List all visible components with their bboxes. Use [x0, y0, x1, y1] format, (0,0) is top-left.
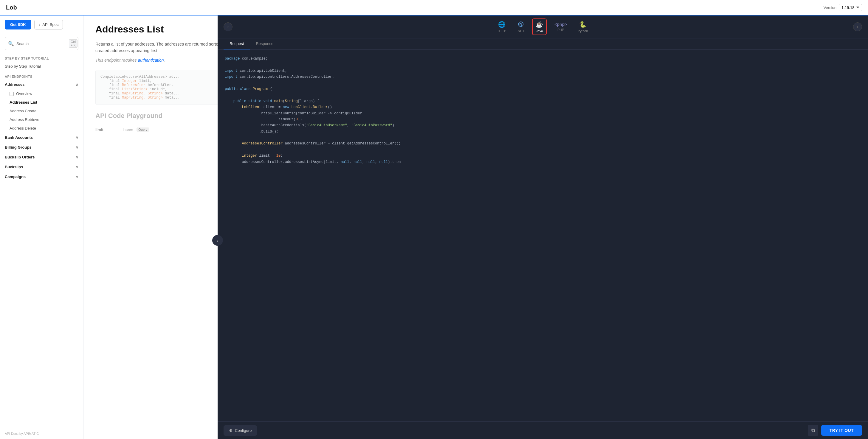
http-icon: 🌐 — [498, 21, 505, 28]
tab-request[interactable]: Request — [223, 38, 250, 49]
bottom-right: ⧉ TRY IT OUT — [808, 425, 862, 436]
lang-next-button[interactable]: › — [853, 22, 862, 31]
copy-button[interactable]: ⧉ — [808, 425, 818, 436]
search-icon: 🔍 — [8, 41, 14, 46]
sidebar-group-bank-accounts[interactable]: Bank Accounts ∨ — [0, 133, 83, 142]
chevron-down-icon: ∨ — [76, 165, 79, 169]
tabs-row: Request Response — [218, 38, 868, 50]
code-panel-toggle[interactable]: › — [212, 235, 223, 246]
tab-response[interactable]: Response — [250, 38, 279, 49]
api-spec-button[interactable]: ↓ API Spec — [34, 20, 63, 30]
sidebar-section-api-label: API ENDPOINTS — [0, 71, 83, 79]
download-icon: ↓ — [39, 22, 41, 27]
version-select[interactable]: 1.19.18 — [839, 4, 862, 11]
search-box[interactable]: 🔍 Ctrl + K — [5, 37, 79, 50]
sidebar-item-overview[interactable]: Overview — [0, 89, 83, 98]
chevron-up-icon: ∧ — [76, 82, 79, 87]
sidebar-group-buckslip-orders[interactable]: Buckslip Orders ∨ — [0, 152, 83, 162]
param-location: Query — [136, 128, 149, 132]
sidebar-group-billing-groups[interactable]: Billing Groups ∨ — [0, 142, 83, 152]
code-bottom-bar: ⚙ Configure ⧉ TRY IT OUT — [218, 421, 868, 439]
java-icon: ☕ — [536, 21, 543, 28]
layout: Get SDK ↓ API Spec 🔍 Ctrl + K STEP BY ST… — [0, 15, 868, 439]
sidebar-item-addresses-list[interactable]: Addresses List — [0, 98, 83, 107]
chevron-down-icon: ∨ — [76, 136, 79, 140]
sidebar-buttons: Get SDK ↓ API Spec — [0, 15, 83, 34]
try-it-out-button[interactable]: TRY IT OUT — [821, 425, 862, 436]
sidebar-footer: API Docs by APIMATIC — [0, 428, 83, 439]
sidebar-item-address-retrieve[interactable]: Address Retrieve — [0, 115, 83, 124]
lang-item-php[interactable]: <php> PHP — [552, 20, 570, 33]
lang-item-python[interactable]: 🐍 Python — [575, 19, 591, 35]
copy-icon: ⧉ — [811, 428, 815, 433]
doc-icon — [9, 92, 14, 96]
search-shortcut: Ctrl + K — [69, 39, 78, 48]
lang-prev-button[interactable]: ‹ — [223, 22, 232, 31]
version-area: Version 1.19.18 — [824, 4, 862, 11]
logo: Lob — [6, 4, 17, 11]
version-label: Version — [824, 5, 836, 10]
top-bar: Lob Version 1.19.18 — [0, 0, 868, 15]
param-type: Integer — [123, 128, 133, 131]
search-input[interactable] — [17, 41, 66, 46]
sidebar-group-buckslips[interactable]: Buckslips ∨ — [0, 162, 83, 172]
lang-item-java[interactable]: ☕ Java — [532, 19, 547, 35]
code-panel: ‹ 🌐 HTTP Ⓝ .NET ☕ Java <php> — [218, 15, 868, 439]
get-sdk-button[interactable]: Get SDK — [5, 20, 31, 30]
language-bar: ‹ 🌐 HTTP Ⓝ .NET ☕ Java <php> — [218, 15, 868, 38]
configure-button[interactable]: ⚙ Configure — [223, 425, 257, 436]
sidebar-section-tutorial-label: STEP BY STEP TUTORIAL — [0, 53, 83, 61]
sidebar: Get SDK ↓ API Spec 🔍 Ctrl + K STEP BY ST… — [0, 15, 84, 439]
sidebar-item-address-delete[interactable]: Address Delete — [0, 124, 83, 133]
sidebar-group-addresses[interactable]: Addresses ∧ — [0, 79, 83, 89]
lang-nav: ‹ 🌐 HTTP Ⓝ .NET ☕ Java <php> — [223, 19, 862, 35]
code-area: package com.example; import com.lob.api.… — [218, 50, 868, 421]
chevron-down-icon: ∨ — [76, 155, 79, 159]
chevron-down-icon: ∨ — [76, 145, 79, 149]
python-icon: 🐍 — [579, 21, 587, 28]
sidebar-item-address-create[interactable]: Address Create — [0, 107, 83, 115]
auth-link[interactable]: authentication — [138, 58, 164, 63]
lang-item-http[interactable]: 🌐 HTTP — [495, 19, 509, 35]
chevron-down-icon: ∨ — [76, 175, 79, 179]
lang-item-net[interactable]: Ⓝ .NET — [514, 19, 527, 35]
net-icon: Ⓝ — [518, 21, 523, 28]
sidebar-item-tutorial[interactable]: Step by Step Tutorial — [0, 61, 83, 71]
php-icon: <php> — [554, 22, 567, 27]
param-name: limit — [95, 128, 119, 132]
sidebar-group-campaigns[interactable]: Campaigns ∨ — [0, 172, 83, 182]
gear-icon: ⚙ — [229, 428, 232, 433]
